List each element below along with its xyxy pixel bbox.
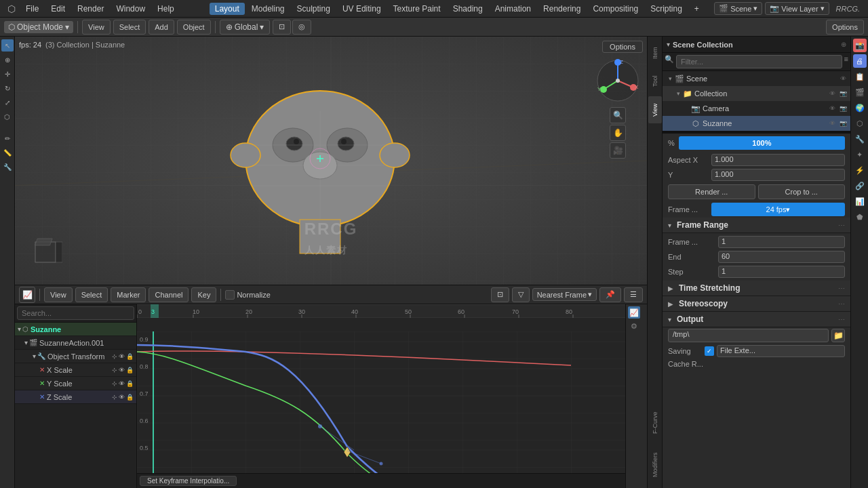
- menu-window[interactable]: Window: [111, 3, 151, 15]
- tool-cursor[interactable]: ⊕: [1, 54, 14, 66]
- tool-rotate[interactable]: ↻: [1, 82, 14, 94]
- physics-props-icon[interactable]: ⚡: [853, 163, 867, 177]
- proportional-btn[interactable]: ◎: [292, 20, 311, 35]
- tl-pin-btn[interactable]: 📌: [599, 287, 621, 302]
- menu-sculpting[interactable]: Sculpting: [292, 3, 336, 15]
- select-menu[interactable]: Select: [113, 20, 146, 35]
- modifiers-icon[interactable]: ⚙: [628, 320, 640, 332]
- saving-checkbox[interactable]: ✓: [705, 346, 714, 356]
- tl-snap-btn[interactable]: ⊡: [491, 287, 509, 302]
- render-button[interactable]: Render ...: [668, 184, 755, 199]
- tool-scale[interactable]: ⤢: [1, 96, 14, 108]
- constraints-props-icon[interactable]: 🔗: [853, 179, 867, 192]
- suzanne-vis-icon[interactable]: 👁: [827, 119, 837, 128]
- crop-button[interactable]: Crop to ...: [758, 184, 846, 199]
- menu-uv-editing[interactable]: UV Editing: [337, 3, 387, 15]
- tl-channel-menu[interactable]: Channel: [149, 287, 189, 302]
- snap-btn[interactable]: ⊡: [273, 20, 291, 35]
- channel-zscale[interactable]: ✕ Z Scale ⊹ 👁 🔒: [15, 390, 136, 404]
- normalize-checkbox[interactable]: [225, 290, 235, 300]
- object-menu[interactable]: Object: [177, 20, 211, 35]
- material-props-icon[interactable]: ⬟: [853, 210, 867, 224]
- tab-view[interactable]: View: [648, 96, 662, 123]
- menu-layout[interactable]: Layout: [210, 3, 245, 15]
- menu-edit[interactable]: Edit: [45, 3, 71, 15]
- render-props-icon[interactable]: 📸: [853, 39, 867, 52]
- fps-selector[interactable]: 24 fps ▾: [711, 203, 845, 216]
- menu-texture-paint[interactable]: Texture Paint: [388, 3, 446, 15]
- menu-animation[interactable]: Animation: [490, 3, 536, 15]
- graph-area[interactable]: 0 10 20 30 40 50 60: [137, 304, 625, 488]
- view-layer-selector[interactable]: 📷 View Layer ▾: [765, 2, 829, 15]
- pan-btn[interactable]: ✋: [610, 125, 626, 141]
- tab-item[interactable]: Item: [648, 39, 662, 66]
- tool-move[interactable]: ✛: [1, 68, 14, 80]
- data-props-icon[interactable]: 📊: [853, 195, 867, 208]
- outliner-search-input[interactable]: [676, 55, 842, 68]
- zoom-in-btn[interactable]: 🔍: [610, 107, 626, 123]
- fcurve-icon[interactable]: 📈: [628, 306, 640, 319]
- file-ext-input[interactable]: File Exte...: [717, 345, 845, 357]
- tab-modifiers[interactable]: Modifiers: [648, 445, 662, 485]
- tab-tool[interactable]: Tool: [648, 68, 662, 95]
- suzanne-render-icon[interactable]: 📷: [838, 119, 848, 128]
- blender-logo-icon[interactable]: ⬡: [4, 1, 19, 16]
- outliner-scene[interactable]: ▾ 🎬 Scene 👁: [663, 71, 850, 86]
- tl-key-menu[interactable]: Key: [191, 287, 216, 302]
- outliner-collection[interactable]: ▾ 📁 Collection 👁 📷: [663, 86, 850, 101]
- object-props-icon[interactable]: ⬡: [853, 117, 867, 130]
- collection-render-icon[interactable]: 📷: [838, 89, 848, 98]
- output-browse-btn[interactable]: 📁: [831, 329, 845, 342]
- tool-select[interactable]: ↖: [1, 39, 14, 52]
- particles-props-icon[interactable]: ✦: [853, 148, 867, 161]
- channel-action[interactable]: ▾ 🎬 SuzanneAction.001: [15, 336, 136, 350]
- timeline-mode-icon[interactable]: 📈: [19, 287, 35, 303]
- scene-vis-icon[interactable]: 👁: [838, 74, 848, 83]
- viewport[interactable]: fps: 24 (3) Collection | Suzanne Options: [15, 37, 647, 285]
- menu-file[interactable]: File: [20, 3, 44, 15]
- frame-range-header[interactable]: ▾ Frame Range ⋯: [663, 218, 850, 233]
- scene-props-icon[interactable]: 🎬: [853, 85, 867, 99]
- camera-vis-icon[interactable]: 👁: [827, 104, 837, 113]
- channel-suzanne[interactable]: ▾ ⬡ Suzanne: [15, 323, 136, 336]
- tl-marker-menu[interactable]: Marker: [111, 287, 146, 302]
- mode-selector[interactable]: ⬡ Object Mode ▾: [4, 21, 73, 33]
- channel-transform[interactable]: ▾ 🔧 Object Transform ⊹ 👁 🔒: [15, 350, 136, 363]
- options-button[interactable]: Options: [826, 20, 864, 35]
- channel-xscale[interactable]: ✕ X Scale ⊹ 👁 🔒: [15, 363, 136, 377]
- menu-help[interactable]: Help: [152, 3, 180, 15]
- tl-view-menu[interactable]: View: [44, 287, 73, 302]
- view-menu[interactable]: View: [82, 20, 111, 35]
- nearest-frame-selector[interactable]: Nearest Frame ▾: [532, 288, 597, 301]
- menu-add-workspace[interactable]: +: [689, 3, 705, 15]
- frame-step-input[interactable]: 1: [718, 266, 845, 278]
- aspect-y-input[interactable]: 1.000: [711, 169, 845, 181]
- modifiers-props-icon[interactable]: 🔧: [853, 132, 867, 146]
- camera-render-icon[interactable]: 📷: [838, 104, 848, 113]
- tool-extra[interactable]: 🔧: [1, 161, 14, 173]
- render-percent-input[interactable]: 100%: [679, 136, 845, 150]
- menu-modeling[interactable]: Modeling: [246, 3, 290, 15]
- scene-selector[interactable]: 🎬 Scene ▾: [714, 2, 762, 15]
- outliner-camera[interactable]: 📷 Camera 👁 📷: [663, 101, 850, 116]
- stereoscopy-header[interactable]: ▶ Stereoscopy ⋯: [663, 296, 850, 312]
- tl-select-menu[interactable]: Select: [75, 287, 108, 302]
- channel-yscale[interactable]: ✕ Y Scale ⊹ 👁 🔒: [15, 377, 136, 390]
- outliner-suzanne[interactable]: ⬡ Suzanne 👁 📷: [663, 116, 850, 131]
- frame-start-input[interactable]: 1: [718, 236, 845, 248]
- tl-extra-btn[interactable]: ☰: [624, 287, 643, 302]
- menu-shading[interactable]: Shading: [448, 3, 488, 15]
- tool-transform[interactable]: ⬡: [1, 110, 14, 123]
- tool-annotate[interactable]: ✏: [1, 132, 14, 144]
- world-props-icon[interactable]: 🌍: [853, 101, 867, 115]
- viewport-options-button[interactable]: Options: [602, 41, 643, 53]
- outliner-filter-icon[interactable]: ⊕: [841, 41, 846, 48]
- menu-render[interactable]: Render: [72, 3, 109, 15]
- frame-end-input[interactable]: 60: [718, 251, 845, 263]
- view-layer-props-icon[interactable]: 📋: [853, 70, 867, 83]
- output-props-icon[interactable]: 🖨: [853, 54, 867, 68]
- tab-fcurve[interactable]: F-Curve: [648, 403, 662, 443]
- collection-vis-icon[interactable]: 👁: [827, 89, 837, 98]
- menu-compositing[interactable]: Compositing: [587, 3, 644, 15]
- output-path-input[interactable]: /tmp\: [668, 329, 829, 342]
